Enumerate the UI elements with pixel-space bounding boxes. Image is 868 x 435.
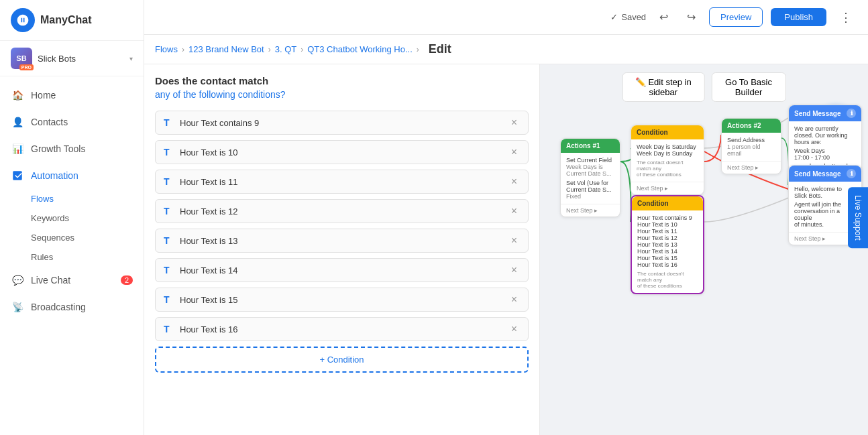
chevron-down-icon: ▾ [129, 55, 133, 62]
live-chat-badge: 2 [121, 275, 133, 285]
sidebar-label-home: Home [31, 90, 56, 101]
condition-text-1: Hour Text contains 9 [180, 118, 503, 128]
sidebar-item-growth-tools[interactable]: 📊 Growth Tools [0, 135, 144, 162]
condition-text-7: Hour Text is 15 [180, 295, 503, 305]
actions1-label: Actions #1 [566, 142, 600, 149]
condition-remove-1[interactable]: × [508, 117, 520, 129]
nav-sub-automation: Flows Keywords Sequences Rules [0, 189, 144, 267]
check-icon: ✓ [610, 12, 618, 22]
condition-remove-2[interactable]: × [508, 146, 520, 158]
sidebar-item-sequences[interactable]: Sequences [31, 228, 144, 247]
node-actions1-header: Actions #1 [561, 139, 620, 153]
condition-text-5: Hour Text is 13 [180, 236, 503, 246]
sidebar-item-rules[interactable]: Rules [31, 247, 144, 267]
condition-remove-8[interactable]: × [508, 323, 520, 335]
sendmsg1-label: Send Message [794, 110, 840, 117]
sendmsg1-line4: 17:00 - 17:00 [794, 154, 856, 161]
node-condition2-header: Condition [632, 196, 703, 210]
automation-icon [11, 169, 24, 182]
sidebar-item-keywords[interactable]: Keywords [31, 208, 144, 228]
node-actions1-footer: Next Step ▸ [561, 204, 620, 216]
breadcrumb-flows[interactable]: Flows [155, 44, 178, 54]
condition-text-2: Hour Text is 10 [180, 147, 503, 158]
undo-button[interactable]: ↩ [654, 8, 673, 26]
text-type-icon-3: T [164, 176, 174, 187]
condition-text-6: Hour Text is 14 [180, 265, 503, 275]
sidebar-label-live-chat: Live Chat [31, 275, 70, 286]
condition-row-3: T Hour Text is 11 × [155, 170, 529, 194]
sidebar: ManyChat SB PRO Slick Bots ▾ 🏠 Home 👤 Co… [0, 0, 144, 435]
condition1-next: Next Step ▸ [637, 185, 668, 192]
node-actions2[interactable]: Actions #2 Send Address 1 person old ema… [721, 118, 781, 174]
breadcrumb: Flows › 123 Brand New Bot › 3. QT › QT3 … [144, 35, 868, 64]
sendmsg1-line1: We are currently closed. Our working [794, 125, 856, 139]
condition2-line6: Hour Text is 14 [637, 248, 698, 255]
node-sendmsg1-header: Send Message ℹ [789, 105, 861, 121]
text-type-icon-1: T [164, 117, 174, 128]
actions2-line2: 1 person old email [727, 143, 775, 157]
preview-button[interactable]: Preview [709, 7, 763, 27]
node-actions2-footer: Next Step ▸ [722, 161, 781, 174]
condition2-line2: Hour Text is 10 [637, 221, 698, 228]
condition1-line1: Week Day is Saturday [637, 143, 698, 150]
actions1-line3: Set Vol (Use for Current Date S... [566, 180, 614, 193]
sendmsg2-line3: of minutes. [794, 221, 856, 228]
add-condition-button[interactable]: + Condition [155, 347, 529, 373]
publish-button[interactable]: Publish [771, 8, 826, 26]
condition-text-3: Hour Text is 11 [180, 177, 503, 187]
condition-text-4: Hour Text is 12 [180, 206, 503, 216]
condition-remove-7[interactable]: × [508, 294, 520, 306]
sidebar-item-live-chat[interactable]: 💬 Live Chat 2 [0, 267, 144, 294]
flow-canvas[interactable]: ✏️ Edit step in sidebar Go To Basic Buil… [540, 64, 868, 435]
breadcrumb-sep-4: › [417, 45, 419, 54]
node-condition2[interactable]: Condition Hour Text contains 9 Hour Text… [631, 195, 704, 294]
condition1-line2: Week Day is Sunday [637, 150, 698, 157]
actions1-line2: Week Days is Current Date S... [566, 164, 614, 177]
node-condition2-body: Hour Text contains 9 Hour Text is 10 Hou… [632, 210, 703, 293]
condition-remove-5[interactable]: × [508, 235, 520, 247]
breadcrumb-bot[interactable]: 123 Brand New Bot [188, 44, 264, 54]
account-item[interactable]: SB PRO Slick Bots ▾ [0, 41, 144, 76]
condition-row-6: T Hour Text is 14 × [155, 258, 529, 282]
condition-row-8: T Hour Text is 16 × [155, 317, 529, 341]
node-actions1[interactable]: Actions #1 Set Current Field Week Days i… [560, 138, 620, 217]
sidebar-item-broadcasting[interactable]: 📡 Broadcasting [0, 294, 144, 320]
condition2-line8: Hour Text is 16 [637, 261, 698, 268]
text-type-icon-6: T [164, 265, 174, 275]
condition-remove-3[interactable]: × [508, 176, 520, 188]
sidebar-item-automation[interactable]: Automation [0, 162, 144, 189]
condition-remove-6[interactable]: × [508, 264, 520, 276]
sendmsg2-label: Send Message [794, 170, 840, 178]
node-condition1[interactable]: Condition Week Day is Saturday Week Day … [631, 125, 704, 195]
node-actions2-body: Send Address 1 person old email [722, 133, 781, 161]
text-type-icon-8: T [164, 324, 174, 334]
live-chat-icon: 💬 [11, 273, 24, 287]
condition-remove-4[interactable]: × [508, 205, 520, 217]
text-type-icon-7: T [164, 294, 174, 305]
broadcasting-icon: 📡 [11, 300, 24, 314]
sidebar-item-contacts[interactable]: 👤 Contacts [0, 109, 144, 135]
breadcrumb-working[interactable]: QT3 Chatbot Working Ho... [307, 44, 413, 54]
breadcrumb-sep-2: › [268, 45, 271, 54]
redo-button[interactable]: ↪ [682, 8, 701, 26]
saved-label: Saved [621, 12, 646, 22]
text-type-icon-5: T [164, 235, 174, 246]
node-actions1-body: Set Current Field Week Days is Current D… [561, 153, 620, 204]
sidebar-item-home[interactable]: 🏠 Home [0, 82, 144, 109]
condition-row-2: T Hour Text is 10 × [155, 140, 529, 164]
node-condition1-body: Week Day is Saturday Week Day is Sunday … [631, 139, 704, 182]
conditions-subtitle: any of the following conditions? [155, 89, 529, 100]
breadcrumb-qt[interactable]: 3. QT [275, 44, 297, 54]
avatar: SB PRO [11, 48, 32, 69]
actions2-label: Actions #2 [727, 122, 761, 129]
condition2-line7: Hour Text is 15 [637, 255, 698, 261]
condition-row-4: T Hour Text is 12 × [155, 199, 529, 223]
more-options-button[interactable]: ⋮ [834, 7, 857, 27]
text-type-icon-2: T [164, 147, 174, 158]
live-support-button[interactable]: Live Support [848, 187, 868, 248]
actions2-line1: Send Address [727, 137, 775, 143]
sendmsg2-line1: Hello, welcome to Slick Bots. [794, 186, 856, 199]
contacts-icon: 👤 [11, 115, 24, 129]
sidebar-item-flows[interactable]: Flows [31, 189, 144, 208]
sidebar-label-automation: Automation [31, 170, 78, 181]
